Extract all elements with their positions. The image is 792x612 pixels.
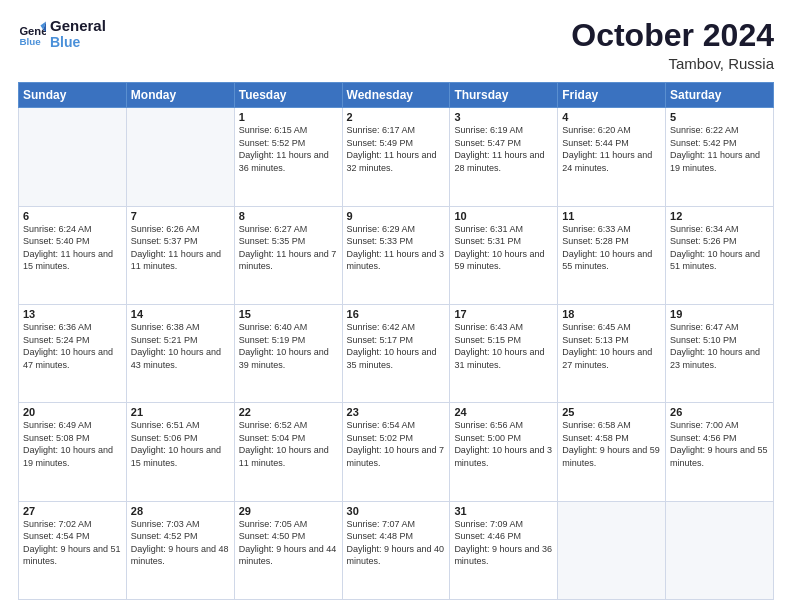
logo: General Blue General Blue	[18, 18, 106, 50]
day-number: 26	[670, 406, 769, 418]
calendar-week-4: 27Sunrise: 7:02 AM Sunset: 4:54 PM Dayli…	[19, 501, 774, 599]
day-number: 16	[347, 308, 446, 320]
day-number: 2	[347, 111, 446, 123]
calendar-cell: 29Sunrise: 7:05 AM Sunset: 4:50 PM Dayli…	[234, 501, 342, 599]
calendar-cell	[558, 501, 666, 599]
calendar-cell: 15Sunrise: 6:40 AM Sunset: 5:19 PM Dayli…	[234, 304, 342, 402]
day-number: 3	[454, 111, 553, 123]
header-sunday: Sunday	[19, 83, 127, 108]
calendar-cell: 26Sunrise: 7:00 AM Sunset: 4:56 PM Dayli…	[666, 403, 774, 501]
day-number: 15	[239, 308, 338, 320]
day-info: Sunrise: 6:49 AM Sunset: 5:08 PM Dayligh…	[23, 419, 122, 469]
calendar-cell: 6Sunrise: 6:24 AM Sunset: 5:40 PM Daylig…	[19, 206, 127, 304]
calendar-cell: 5Sunrise: 6:22 AM Sunset: 5:42 PM Daylig…	[666, 108, 774, 206]
calendar-cell	[126, 108, 234, 206]
calendar-week-3: 20Sunrise: 6:49 AM Sunset: 5:08 PM Dayli…	[19, 403, 774, 501]
day-info: Sunrise: 7:03 AM Sunset: 4:52 PM Dayligh…	[131, 518, 230, 568]
day-number: 20	[23, 406, 122, 418]
calendar-cell: 8Sunrise: 6:27 AM Sunset: 5:35 PM Daylig…	[234, 206, 342, 304]
day-number: 31	[454, 505, 553, 517]
month-title: October 2024	[571, 18, 774, 53]
calendar-cell: 17Sunrise: 6:43 AM Sunset: 5:15 PM Dayli…	[450, 304, 558, 402]
header-thursday: Thursday	[450, 83, 558, 108]
day-number: 5	[670, 111, 769, 123]
calendar-cell: 9Sunrise: 6:29 AM Sunset: 5:33 PM Daylig…	[342, 206, 450, 304]
calendar-cell: 25Sunrise: 6:58 AM Sunset: 4:58 PM Dayli…	[558, 403, 666, 501]
day-info: Sunrise: 6:58 AM Sunset: 4:58 PM Dayligh…	[562, 419, 661, 469]
day-info: Sunrise: 6:26 AM Sunset: 5:37 PM Dayligh…	[131, 223, 230, 273]
day-number: 12	[670, 210, 769, 222]
day-info: Sunrise: 6:15 AM Sunset: 5:52 PM Dayligh…	[239, 124, 338, 174]
day-info: Sunrise: 6:47 AM Sunset: 5:10 PM Dayligh…	[670, 321, 769, 371]
day-number: 7	[131, 210, 230, 222]
calendar-cell: 2Sunrise: 6:17 AM Sunset: 5:49 PM Daylig…	[342, 108, 450, 206]
header-wednesday: Wednesday	[342, 83, 450, 108]
day-number: 22	[239, 406, 338, 418]
day-number: 29	[239, 505, 338, 517]
day-info: Sunrise: 6:29 AM Sunset: 5:33 PM Dayligh…	[347, 223, 446, 273]
day-info: Sunrise: 6:56 AM Sunset: 5:00 PM Dayligh…	[454, 419, 553, 469]
weekday-header-row: Sunday Monday Tuesday Wednesday Thursday…	[19, 83, 774, 108]
calendar-cell: 27Sunrise: 7:02 AM Sunset: 4:54 PM Dayli…	[19, 501, 127, 599]
calendar-cell: 28Sunrise: 7:03 AM Sunset: 4:52 PM Dayli…	[126, 501, 234, 599]
calendar-week-1: 6Sunrise: 6:24 AM Sunset: 5:40 PM Daylig…	[19, 206, 774, 304]
day-info: Sunrise: 6:17 AM Sunset: 5:49 PM Dayligh…	[347, 124, 446, 174]
calendar-cell	[19, 108, 127, 206]
logo-general: General	[50, 18, 106, 35]
day-info: Sunrise: 6:27 AM Sunset: 5:35 PM Dayligh…	[239, 223, 338, 273]
calendar-week-2: 13Sunrise: 6:36 AM Sunset: 5:24 PM Dayli…	[19, 304, 774, 402]
day-number: 17	[454, 308, 553, 320]
calendar-cell: 3Sunrise: 6:19 AM Sunset: 5:47 PM Daylig…	[450, 108, 558, 206]
calendar-cell: 22Sunrise: 6:52 AM Sunset: 5:04 PM Dayli…	[234, 403, 342, 501]
header-tuesday: Tuesday	[234, 83, 342, 108]
day-number: 21	[131, 406, 230, 418]
calendar-cell: 13Sunrise: 6:36 AM Sunset: 5:24 PM Dayli…	[19, 304, 127, 402]
calendar-cell	[666, 501, 774, 599]
day-info: Sunrise: 6:51 AM Sunset: 5:06 PM Dayligh…	[131, 419, 230, 469]
header-saturday: Saturday	[666, 83, 774, 108]
day-number: 18	[562, 308, 661, 320]
calendar-cell: 19Sunrise: 6:47 AM Sunset: 5:10 PM Dayli…	[666, 304, 774, 402]
calendar-cell: 4Sunrise: 6:20 AM Sunset: 5:44 PM Daylig…	[558, 108, 666, 206]
day-info: Sunrise: 7:09 AM Sunset: 4:46 PM Dayligh…	[454, 518, 553, 568]
day-number: 14	[131, 308, 230, 320]
calendar-page: General Blue General Blue October 2024 T…	[0, 0, 792, 612]
calendar-cell: 1Sunrise: 6:15 AM Sunset: 5:52 PM Daylig…	[234, 108, 342, 206]
day-number: 1	[239, 111, 338, 123]
day-number: 30	[347, 505, 446, 517]
day-info: Sunrise: 6:19 AM Sunset: 5:47 PM Dayligh…	[454, 124, 553, 174]
calendar-cell: 20Sunrise: 6:49 AM Sunset: 5:08 PM Dayli…	[19, 403, 127, 501]
page-header: General Blue General Blue October 2024 T…	[18, 18, 774, 72]
day-number: 6	[23, 210, 122, 222]
day-number: 4	[562, 111, 661, 123]
day-info: Sunrise: 6:54 AM Sunset: 5:02 PM Dayligh…	[347, 419, 446, 469]
day-info: Sunrise: 6:38 AM Sunset: 5:21 PM Dayligh…	[131, 321, 230, 371]
header-friday: Friday	[558, 83, 666, 108]
calendar-table: Sunday Monday Tuesday Wednesday Thursday…	[18, 82, 774, 600]
day-number: 27	[23, 505, 122, 517]
calendar-cell: 18Sunrise: 6:45 AM Sunset: 5:13 PM Dayli…	[558, 304, 666, 402]
calendar-cell: 24Sunrise: 6:56 AM Sunset: 5:00 PM Dayli…	[450, 403, 558, 501]
day-number: 23	[347, 406, 446, 418]
day-info: Sunrise: 6:24 AM Sunset: 5:40 PM Dayligh…	[23, 223, 122, 273]
day-info: Sunrise: 6:34 AM Sunset: 5:26 PM Dayligh…	[670, 223, 769, 273]
calendar-cell: 12Sunrise: 6:34 AM Sunset: 5:26 PM Dayli…	[666, 206, 774, 304]
day-number: 9	[347, 210, 446, 222]
logo-blue: Blue	[50, 35, 106, 50]
day-number: 24	[454, 406, 553, 418]
header-monday: Monday	[126, 83, 234, 108]
day-number: 10	[454, 210, 553, 222]
day-info: Sunrise: 6:45 AM Sunset: 5:13 PM Dayligh…	[562, 321, 661, 371]
day-info: Sunrise: 6:20 AM Sunset: 5:44 PM Dayligh…	[562, 124, 661, 174]
day-info: Sunrise: 6:42 AM Sunset: 5:17 PM Dayligh…	[347, 321, 446, 371]
calendar-cell: 16Sunrise: 6:42 AM Sunset: 5:17 PM Dayli…	[342, 304, 450, 402]
day-number: 28	[131, 505, 230, 517]
calendar-cell: 10Sunrise: 6:31 AM Sunset: 5:31 PM Dayli…	[450, 206, 558, 304]
day-number: 19	[670, 308, 769, 320]
day-info: Sunrise: 6:33 AM Sunset: 5:28 PM Dayligh…	[562, 223, 661, 273]
day-info: Sunrise: 6:52 AM Sunset: 5:04 PM Dayligh…	[239, 419, 338, 469]
calendar-cell: 31Sunrise: 7:09 AM Sunset: 4:46 PM Dayli…	[450, 501, 558, 599]
calendar-cell: 23Sunrise: 6:54 AM Sunset: 5:02 PM Dayli…	[342, 403, 450, 501]
logo-icon: General Blue	[18, 20, 46, 48]
calendar-cell: 14Sunrise: 6:38 AM Sunset: 5:21 PM Dayli…	[126, 304, 234, 402]
